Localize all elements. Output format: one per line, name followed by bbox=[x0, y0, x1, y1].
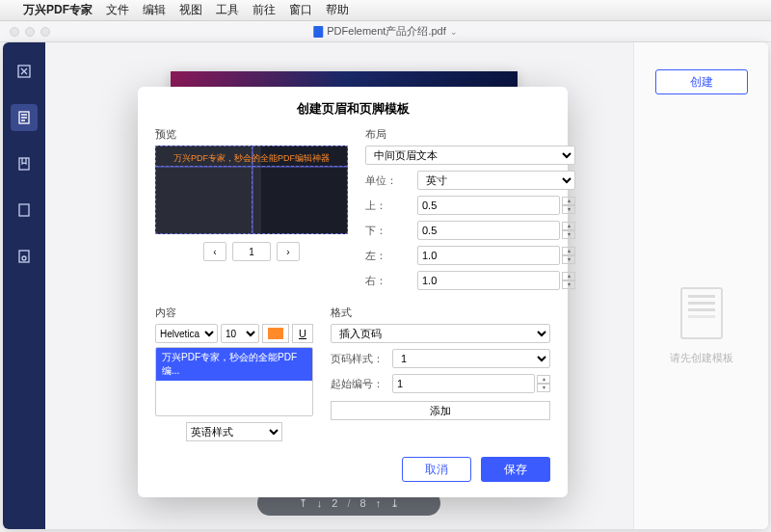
pager-first-icon[interactable]: ⤒ bbox=[299, 497, 307, 510]
color-swatch-icon bbox=[268, 328, 283, 339]
minimize-window-icon[interactable] bbox=[25, 27, 35, 37]
dialog-title: 创建页眉和页脚模板 bbox=[155, 100, 550, 118]
unit-label: 单位： bbox=[365, 173, 417, 188]
left-sidebar bbox=[3, 42, 45, 529]
menu-edit[interactable]: 编辑 bbox=[143, 2, 166, 18]
svg-rect-2 bbox=[19, 158, 29, 170]
top-spin-up[interactable]: ▴ bbox=[562, 197, 575, 205]
svg-rect-3 bbox=[19, 204, 29, 216]
template-placeholder: 请先创建模板 bbox=[670, 287, 733, 365]
right-spin-up[interactable]: ▴ bbox=[562, 272, 575, 280]
start-num-input[interactable] bbox=[392, 374, 535, 393]
pager-sep: / bbox=[347, 497, 350, 509]
pager-current[interactable]: 2 bbox=[332, 497, 337, 509]
bottom-input[interactable] bbox=[417, 221, 560, 240]
preview-area[interactable]: 万兴PDF专家，秒会的全能PDF编辑神器 bbox=[155, 146, 348, 234]
left-label: 左： bbox=[365, 249, 417, 263]
content-text-line[interactable]: 万兴PDF专家，秒会的全能PDF编... bbox=[156, 348, 312, 381]
pager-total: 8 bbox=[360, 497, 366, 509]
preview-label: 预览 bbox=[155, 127, 348, 142]
menu-go[interactable]: 前往 bbox=[253, 2, 276, 18]
right-spin-down[interactable]: ▾ bbox=[562, 280, 575, 289]
close-window-icon[interactable] bbox=[10, 27, 19, 37]
start-spin-down[interactable]: ▾ bbox=[537, 384, 550, 392]
bottom-label: 下： bbox=[365, 224, 417, 238]
app-window: 2 ⤒ ↓ 2 / 8 ↑ ⤓ 创建 请先创建模板 创建页眉和页脚模板 预览 万… bbox=[3, 42, 768, 529]
system-menubar: 万兴PDF专家 文件 编辑 视图 工具 前往 窗口 帮助 bbox=[0, 0, 771, 21]
top-spin-down[interactable]: ▾ bbox=[562, 205, 575, 214]
cancel-button[interactable]: 取消 bbox=[402, 457, 471, 482]
content-textarea[interactable]: 万兴PDF专家，秒会的全能PDF编... bbox=[155, 347, 313, 416]
start-num-label: 起始编号： bbox=[331, 377, 392, 391]
left-input[interactable] bbox=[417, 246, 560, 265]
pager-last-icon[interactable]: ⤓ bbox=[390, 497, 399, 510]
right-input[interactable] bbox=[417, 271, 560, 290]
sidebar-page-icon[interactable] bbox=[11, 104, 38, 131]
save-button[interactable]: 保存 bbox=[481, 457, 550, 482]
layout-label: 布局 bbox=[365, 127, 575, 142]
zoom-window-icon[interactable] bbox=[40, 27, 50, 37]
add-button[interactable]: 添加 bbox=[331, 401, 550, 420]
menu-help[interactable]: 帮助 bbox=[326, 2, 349, 18]
template-placeholder-text: 请先创建模板 bbox=[670, 351, 733, 365]
sidebar-close-icon[interactable] bbox=[11, 58, 38, 85]
preview-header-text: 万兴PDF专家，秒会的全能PDF编辑神器 bbox=[156, 152, 347, 165]
right-label: 右： bbox=[365, 274, 417, 288]
preview-next-button[interactable]: › bbox=[277, 242, 300, 261]
preview-prev-button[interactable]: ‹ bbox=[203, 242, 226, 261]
bottom-spin-up[interactable]: ▴ bbox=[562, 222, 575, 230]
traffic-lights bbox=[0, 27, 50, 37]
font-name-select[interactable]: Helvetica bbox=[155, 324, 218, 343]
sidebar-bookmark-icon[interactable] bbox=[11, 150, 38, 177]
underline-button[interactable]: U bbox=[292, 324, 313, 343]
left-spin-up[interactable]: ▴ bbox=[562, 247, 575, 255]
start-spin-up[interactable]: ▴ bbox=[537, 375, 550, 384]
menu-tools[interactable]: 工具 bbox=[216, 2, 239, 18]
title-chevron-icon[interactable]: ⌄ bbox=[450, 27, 458, 37]
pager-up-icon[interactable]: ↑ bbox=[376, 497, 382, 509]
document-title: PDFelement产品介绍.pdf bbox=[327, 24, 445, 39]
menu-window[interactable]: 窗口 bbox=[289, 2, 312, 18]
right-panel: 创建 请先创建模板 bbox=[633, 42, 768, 529]
svg-point-5 bbox=[22, 256, 26, 260]
top-label: 上： bbox=[365, 199, 417, 213]
page-style-label: 页码样式： bbox=[331, 352, 392, 366]
window-titlebar: PDFelement产品介绍.pdf ⌄ bbox=[0, 21, 771, 42]
top-input[interactable] bbox=[417, 196, 560, 215]
insert-select[interactable]: 插入页码 bbox=[331, 324, 550, 343]
bottom-spin-down[interactable]: ▾ bbox=[562, 230, 575, 239]
header-footer-dialog: 创建页眉和页脚模板 预览 万兴PDF专家，秒会的全能PDF编辑神器 ‹ › 布局… bbox=[138, 87, 568, 497]
font-color-picker[interactable] bbox=[262, 324, 289, 343]
preview-nav: ‹ › bbox=[155, 242, 348, 261]
template-placeholder-icon bbox=[680, 287, 723, 339]
sidebar-attachment-icon[interactable] bbox=[11, 243, 38, 270]
menu-view[interactable]: 视图 bbox=[179, 2, 202, 18]
dialog-footer: 取消 保存 bbox=[155, 457, 550, 482]
font-size-select[interactable]: 10 bbox=[221, 324, 259, 343]
window-title: PDFelement产品介绍.pdf ⌄ bbox=[313, 24, 457, 39]
content-label: 内容 bbox=[155, 306, 313, 320]
sidebar-blank-page-icon[interactable] bbox=[11, 197, 38, 224]
left-spin-down[interactable]: ▾ bbox=[562, 255, 575, 264]
page-style-select[interactable]: 1 bbox=[392, 349, 550, 368]
pager-down-icon[interactable]: ↓ bbox=[317, 497, 323, 509]
pdf-file-icon bbox=[313, 26, 323, 38]
unit-select[interactable]: 英寸 bbox=[417, 171, 575, 190]
menu-file[interactable]: 文件 bbox=[106, 2, 129, 18]
position-select[interactable]: 中间页眉文本 bbox=[365, 146, 575, 165]
language-style-select[interactable]: 英语样式 bbox=[186, 422, 282, 441]
create-button[interactable]: 创建 bbox=[655, 69, 748, 94]
preview-page-input[interactable] bbox=[232, 242, 271, 261]
format-label: 格式 bbox=[331, 306, 550, 320]
app-name-menu[interactable]: 万兴PDF专家 bbox=[23, 2, 93, 18]
